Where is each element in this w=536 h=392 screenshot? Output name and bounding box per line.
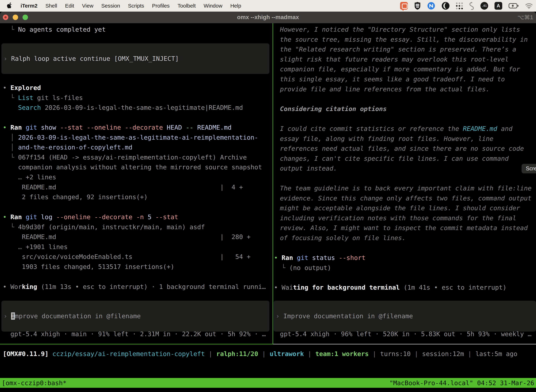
terminal-line: review. Also, I might want to inspect th… xyxy=(280,223,531,233)
menu-item-shell[interactable]: Shell xyxy=(45,3,57,9)
terminal-line: including verification notes with those … xyxy=(280,213,531,223)
terminal-line: • Ran git show --stat --oneline --decora… xyxy=(3,123,262,133)
terminal-line: essay file, along with finding root file… xyxy=(280,134,524,144)
git-status-section: • Ran git status --short └ (no output) xyxy=(274,253,365,273)
right-pane-border xyxy=(273,344,536,344)
menu-item-profiles[interactable]: Profiles xyxy=(152,3,170,9)
git-log-section: • Ran git log --oneline --decorate -n 5 … xyxy=(3,212,251,272)
terminal-line: └ (no output) xyxy=(274,263,365,273)
window-title: omx --xhigh --madmax xyxy=(0,14,536,21)
terminal-line: the "Related research writing" section i… xyxy=(280,44,528,54)
apple-icon[interactable] xyxy=(7,2,13,9)
git-show-section: • Ran git show --stat --oneline --decora… xyxy=(3,123,262,202)
terminal-line: changes, I can't cite specific file line… xyxy=(280,154,524,164)
terminal-line: › Improve documentation in @filename xyxy=(276,311,413,321)
terminal-line: • Ran git status --short xyxy=(274,253,365,263)
terminal-line: README.md | 4 + xyxy=(3,182,262,192)
terminal-line: output instead. xyxy=(280,163,524,173)
terminal-line: 1903 files changed, 513517 insertions(+) xyxy=(3,262,251,272)
tmux-session-label: [omx-cczip0:bash* xyxy=(2,379,67,387)
tmux-host-clock: "MacBook-Pro-44.local" 04:52 31-Mar-26 xyxy=(389,379,534,387)
shield-grid-icon[interactable] xyxy=(414,2,421,10)
model-status-right: gpt-5.4 xhigh · 96% left · 520K in · 5.8… xyxy=(280,329,531,339)
menu-item-scripts[interactable]: Scripts xyxy=(128,3,144,9)
terminal-line: • Working (11m 13s • esc to interrupt) ·… xyxy=(3,282,266,292)
percent-badge-icon[interactable]: ..61 xyxy=(480,2,488,10)
menu-item-window[interactable]: Window xyxy=(204,3,222,9)
menu-item-session[interactable]: Session xyxy=(101,3,120,9)
terminal-line: └ 067f154 (HEAD -> essay/ai-reimplementa… xyxy=(3,152,262,163)
menu-item-help[interactable]: Help xyxy=(230,3,241,9)
window-title-bar: omx --xhigh --madmax ⌥⌘1 xyxy=(0,12,536,23)
crescent-circle-icon[interactable] xyxy=(442,2,450,10)
prompt-box-left[interactable]: › Improve documentation in @filename xyxy=(1,301,269,331)
explored-section: • Explored └ List git ls-files Search 20… xyxy=(3,83,243,113)
chat-notification-icon[interactable] xyxy=(400,2,408,10)
menu-item-iterm2[interactable]: iTerm2 xyxy=(21,3,38,9)
dots-grid-icon[interactable] xyxy=(456,2,463,9)
terminal-line: the source tree, missing the essay. Stil… xyxy=(280,35,528,45)
input-source-icon[interactable]: A xyxy=(494,2,502,10)
screen-recording-tooltip: Scre xyxy=(522,164,536,173)
terminal-line: I could cite commit statistics or refere… xyxy=(280,124,524,134)
terminal-line: [OMX#0.11.9] cczip/essay/ai-reimplementa… xyxy=(3,349,517,359)
terminal-line: references need actual files, and since … xyxy=(280,144,524,154)
terminal: [omx-cczip0:bash* "MacBook-Pro-44.local"… xyxy=(0,23,536,392)
left-pane-border xyxy=(0,344,273,344)
terminal-line: README.md | 280 + xyxy=(3,232,251,242)
omx-status-line: [OMX#0.11.9] cczip/essay/ai-reimplementa… xyxy=(3,349,517,359)
terminal-line: • Explored xyxy=(3,83,243,93)
reasoning-paragraph-2: I could cite commit statistics or refere… xyxy=(280,124,524,173)
terminal-line: slight risk that future readers may over… xyxy=(280,54,528,65)
terminal-line: • Ran git log --oneline --decorate -n 5 … xyxy=(3,212,251,222)
terminal-line: … +1901 lines xyxy=(3,242,251,252)
terminal-line: However, I noticed the "Directory Struct… xyxy=(280,25,528,35)
macos-menu-bar: iTerm2ShellEditViewSessionScriptsProfile… xyxy=(0,0,536,12)
reasoning-paragraph-1: However, I noticed the "Directory Struct… xyxy=(280,25,528,94)
pane-divider[interactable] xyxy=(273,23,273,344)
agents-status-line: └ No agents completed yet xyxy=(3,25,106,35)
terminal-line: gpt-5.4 xhigh · main · 91% left · 2.31M … xyxy=(3,329,266,339)
working-status-line: • Working (11m 13s • esc to interrupt) ·… xyxy=(3,282,266,292)
reasoning-heading: Considering citation options xyxy=(280,104,387,114)
menu-item-edit[interactable]: Edit xyxy=(65,3,74,9)
text-cursor: I xyxy=(11,313,15,320)
menu-item-toolbelt[interactable]: Toolbelt xyxy=(178,3,196,9)
terminal-line: └ 4b9d30f (origin/main, instructkr/main,… xyxy=(3,222,251,232)
blue-zigzag-badge-icon[interactable] xyxy=(427,2,435,10)
terminal-line: companion analysis without altering the … xyxy=(3,162,262,172)
terminal-line: Considering citation options xyxy=(280,104,387,114)
terminal-line: └ List git ls-files xyxy=(3,93,243,103)
prompt-box-right[interactable]: › Improve documentation in @filename xyxy=(274,301,536,331)
tmux-status-bar: [omx-cczip0:bash* "MacBook-Pro-44.local"… xyxy=(0,378,536,388)
model-status-left: gpt-5.4 xhigh · main · 91% left · 2.31M … xyxy=(3,329,266,339)
terminal-line: The team guideline is to back every impo… xyxy=(280,183,531,193)
battery-icon[interactable] xyxy=(509,3,519,9)
terminal-line: of focusing solely on file lines. xyxy=(280,233,531,243)
terminal-line: gpt-5.4 xhigh · 96% left · 520K in · 5.8… xyxy=(280,329,531,339)
terminal-line: … +2 lines xyxy=(3,172,262,182)
terminal-line: src/voice/voiceModeEnabled.ts | 54 + xyxy=(3,252,251,262)
terminal-line: provide file and line references from th… xyxy=(280,84,528,94)
menubar-items: iTerm2ShellEditViewSessionScriptsProfile… xyxy=(13,3,241,9)
terminal-line: › Ralph loop active continue [OMX_TMUX_I… xyxy=(4,54,179,64)
ralph-loop-box[interactable]: › Ralph loop active continue [OMX_TMUX_I… xyxy=(1,43,269,74)
terminal-line: • Waiting for background terminal (1m 41… xyxy=(274,283,507,293)
terminal-line: evidence. Since this change only affects… xyxy=(280,193,531,203)
terminal-line: 2 files changed, 92 insertions(+) xyxy=(3,192,262,202)
terminal-line: Search 2026-03-09-is-legal-the-same-as-l… xyxy=(3,103,243,113)
terminal-line: › Improve documentation in @filename xyxy=(4,311,141,321)
terminal-line: │ and-the-erosion-of-copyleft.md xyxy=(3,142,262,152)
waiting-status-line: • Waiting for background terminal (1m 41… xyxy=(274,283,507,293)
terminal-line: might be acceptable alongside the file l… xyxy=(280,203,531,213)
terminal-line: └ No agents completed yet xyxy=(3,25,106,35)
wifi-icon[interactable] xyxy=(525,3,533,9)
terminal-line: this single essay, it seems like a good … xyxy=(280,74,528,84)
reasoning-paragraph-3: The team guideline is to back every impo… xyxy=(280,183,531,243)
terminal-line: │ 2026-03-09-is-legal-the-same-as-legiti… xyxy=(3,133,262,143)
menu-item-view[interactable]: View xyxy=(82,3,93,9)
terminal-line: companion file, especially if more comme… xyxy=(280,64,528,74)
window-shortcut-badge: ⌥⌘1 xyxy=(517,14,533,21)
menubar-status-icons: ..61 A xyxy=(400,0,533,12)
squiggle-icon[interactable] xyxy=(469,2,474,10)
